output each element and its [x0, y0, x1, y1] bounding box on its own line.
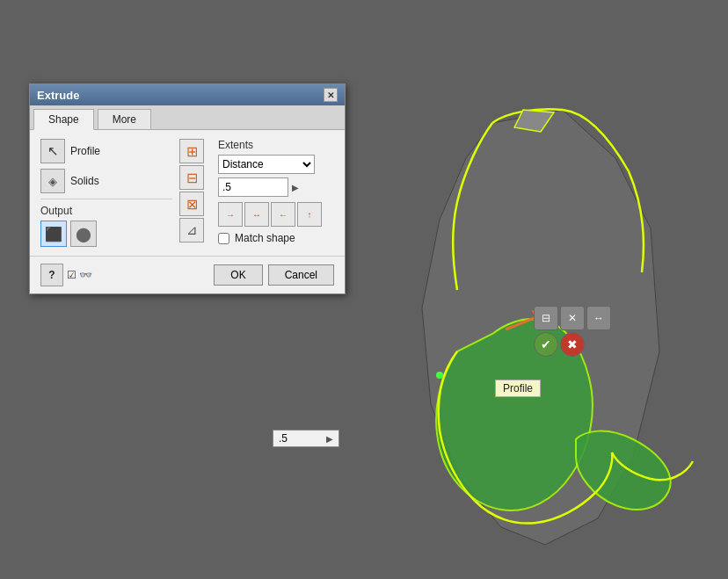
profile-arrow-icon: ↖ — [47, 143, 59, 159]
solids-icon-btn[interactable]: ◈ — [40, 169, 65, 193]
value-row: ▶ — [218, 177, 322, 197]
extrude-dialog: Extrude ✕ Shape More ↖ Profile — [29, 83, 346, 294]
profile-icon-btn[interactable]: ↖ — [40, 139, 65, 163]
mini-cancel-btn[interactable]: ✖ — [560, 332, 585, 357]
dir-btn-4[interactable]: ↑ — [297, 202, 322, 227]
solids-label: Solids — [70, 175, 99, 187]
svg-point-3 — [436, 372, 443, 379]
taper-icon: ⊿ — [186, 222, 198, 238]
join-btn[interactable]: ⊞ — [179, 139, 204, 163]
dir-btn-1[interactable]: → — [218, 202, 243, 227]
help-button[interactable]: ? — [40, 264, 63, 286]
distance-value-input[interactable] — [218, 177, 288, 197]
ok-button[interactable]: OK — [214, 264, 262, 286]
dialog-title: Extrude — [37, 89, 79, 102]
tab-shape[interactable]: Shape — [33, 109, 94, 130]
dir3-icon: ← — [279, 210, 288, 220]
cut-icon: ⊟ — [186, 170, 198, 186]
dialog-titlebar: Extrude ✕ — [30, 84, 345, 105]
profile-tooltip: Profile — [495, 380, 541, 397]
dir-btn-2[interactable]: ↔ — [244, 202, 269, 227]
cancel-button[interactable]: Cancel — [268, 264, 334, 286]
profile-row: ↖ Profile — [40, 139, 172, 163]
dir-btn-3[interactable]: ← — [271, 202, 295, 227]
match-shape-row: Match shape — [218, 232, 322, 244]
extents-dropdown-row: Distance To Next Through All To Surface … — [218, 155, 322, 174]
dir1-icon: → — [226, 210, 235, 220]
extents-select[interactable]: Distance To Next Through All To Surface … — [218, 155, 315, 174]
dialog-body: ↖ Profile ◈ Solids Output — [30, 130, 345, 256]
join-icon: ⊞ — [186, 143, 198, 160]
tab-more[interactable]: More — [98, 109, 151, 129]
solid-icon: ⬤ — [76, 226, 91, 242]
review-icon: ☑ 👓 — [67, 269, 92, 281]
direction-btns: → ↔ ← ↑ — [218, 202, 322, 227]
dir4-icon: ↑ — [308, 210, 312, 220]
footer-right: OK Cancel — [214, 264, 334, 286]
dir2-icon: ↔ — [252, 210, 261, 220]
mini-join-btn[interactable]: ⊟ — [534, 306, 558, 330]
boolean-col: ⊞ ⊟ ⊠ ⊿ — [179, 139, 204, 242]
cut-btn[interactable]: ⊟ — [179, 165, 204, 190]
output-section: Output ⬛ ⬤ — [40, 205, 172, 247]
new-body-icon: ⬛ — [45, 226, 62, 242]
intersect-icon: ⊠ — [186, 196, 198, 213]
mini-ok-btn[interactable]: ✔ — [534, 332, 558, 357]
viewport-value-input[interactable] — [279, 432, 323, 445]
output-new-body-btn[interactable]: ⬛ — [40, 221, 67, 247]
match-shape-checkbox[interactable] — [218, 233, 229, 244]
solids-row: ◈ Solids — [40, 169, 172, 193]
mini-sym-btn[interactable]: ↔ — [586, 306, 611, 330]
dialog-close-button[interactable]: ✕ — [324, 88, 338, 102]
intersect-btn[interactable]: ⊠ — [179, 192, 204, 216]
mini-cut-btn[interactable]: ✕ — [560, 306, 585, 330]
extents-section: Extents Distance To Next Through All To … — [218, 139, 322, 244]
dialog-footer: ? ☑ 👓 OK Cancel — [30, 256, 345, 293]
dialog-tabs: Shape More — [30, 105, 345, 130]
output-solid-btn[interactable]: ⬤ — [70, 221, 97, 247]
value-row-arrow: ▶ — [292, 183, 299, 192]
mini-toolbar: ⊟ ✕ ↔ ✔ ✖ — [534, 306, 611, 357]
extents-label: Extents — [218, 139, 322, 151]
value-arrow-icon: ▶ — [326, 434, 333, 444]
taper-btn[interactable]: ⊿ — [179, 218, 204, 242]
output-label: Output — [40, 205, 172, 217]
solids-icon: ◈ — [48, 175, 57, 188]
profile-label: Profile — [70, 145, 100, 157]
match-shape-label: Match shape — [235, 232, 295, 244]
footer-left: ? ☑ 👓 — [40, 264, 92, 286]
viewport-value-box[interactable]: ▶ — [273, 430, 339, 447]
